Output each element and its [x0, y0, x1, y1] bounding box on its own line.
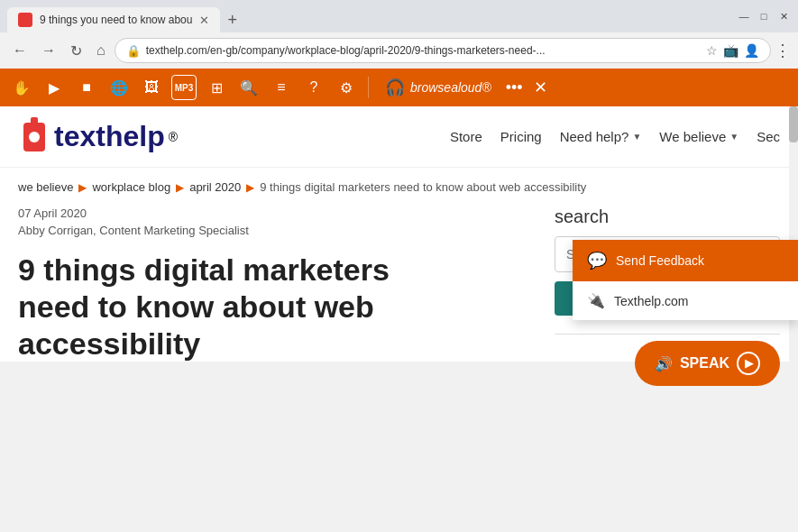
bookmark-icon[interactable]: ☆ — [706, 43, 718, 58]
address-bar: ← → ↻ ⌂ 🔒 texthelp.com/en-gb/company/wor… — [0, 32, 798, 69]
maximize-button[interactable]: □ — [757, 9, 771, 23]
article-date: 07 April 2020 — [18, 206, 527, 220]
we-believe-arrow-icon: ▼ — [729, 132, 738, 142]
store-link[interactable]: Store — [450, 129, 482, 144]
ba-close-button[interactable]: ✕ — [534, 78, 547, 97]
texthelp-item[interactable]: 🔌 Texthelp.com — [573, 281, 798, 320]
nav-links: Store Pricing Need help? ▼ We believe ▼ … — [450, 129, 780, 144]
bc-current-article: 9 things digital marketers need to know … — [260, 180, 586, 194]
ba-mp3-icon[interactable]: MP3 — [171, 75, 197, 100]
breadcrumb: we believe ▶ workplace blog ▶ april 2020… — [0, 168, 798, 206]
bc-sep-1: ▶ — [78, 181, 87, 194]
refresh-button[interactable]: ↻ — [65, 39, 87, 63]
feedback-icon: 💬 — [587, 251, 607, 271]
bc-sep-2: ▶ — [176, 181, 184, 194]
ba-screen-icon[interactable]: ⊞ — [204, 75, 229, 100]
browser-menu-button[interactable]: ⋮ — [775, 41, 791, 60]
ba-brand: 🎧 browsealoud® — [385, 78, 491, 97]
title-line-2: need to know about web — [18, 289, 374, 324]
search-label: search — [555, 206, 780, 227]
ba-brand-name: browsealoud® — [410, 80, 491, 95]
title-bar: 9 things you need to know abou ✕ + — □ ✕ — [0, 0, 798, 32]
send-feedback-item[interactable]: 💬 Send Feedback — [573, 240, 798, 281]
speak-label: SPEAK — [680, 355, 729, 371]
title-line-1: 9 things digital marketers — [18, 252, 390, 287]
ba-image-icon[interactable]: 🖼 — [139, 75, 164, 100]
logo[interactable]: texthelp® — [18, 117, 178, 157]
bc-april-2020[interactable]: april 2020 — [189, 180, 241, 194]
speak-button[interactable]: 🔊 SPEAK ▶ — [635, 341, 780, 386]
new-tab-button[interactable]: + — [220, 7, 244, 32]
ba-separator — [368, 77, 369, 98]
dropdown-menu: 💬 Send Feedback 🔌 Texthelp.com — [573, 240, 798, 320]
ba-headphones-icon: 🎧 — [385, 78, 405, 97]
article-author: Abby Corrigan, Content Marketing Special… — [18, 224, 527, 237]
need-help-arrow-icon: ▼ — [632, 132, 641, 142]
address-text: texthelp.com/en-gb/company/workplace-blo… — [146, 44, 546, 57]
bc-workplace-blog[interactable]: workplace blog — [92, 180, 170, 194]
forward-button[interactable]: → — [36, 39, 61, 62]
scroll-thumb[interactable] — [789, 106, 798, 142]
profile-icon[interactable]: 👤 — [744, 43, 759, 58]
svg-rect-2 — [31, 117, 38, 126]
ba-more-button[interactable]: ••• — [506, 78, 523, 97]
ba-globe-icon[interactable]: 🌐 — [106, 75, 132, 100]
close-button[interactable]: ✕ — [776, 9, 791, 23]
article-section: 07 April 2020 Abby Corrigan, Content Mar… — [18, 206, 527, 362]
logo-reg: ® — [169, 130, 178, 144]
home-button[interactable]: ⌂ — [91, 39, 111, 62]
speak-play-icon: ▶ — [737, 352, 760, 375]
secondary-link[interactable]: Sec — [757, 129, 780, 144]
logo-icon — [18, 117, 50, 157]
we-believe-label: We believe — [659, 129, 726, 144]
article-title: 9 things digital marketers need to know … — [18, 252, 527, 362]
speak-sound-icon: 🔊 — [655, 355, 673, 372]
site-content: 💬 Send Feedback 🔌 Texthelp.com texthelp®… — [0, 106, 798, 362]
address-field[interactable]: 🔒 texthelp.com/en-gb/company/workplace-b… — [115, 38, 771, 63]
ba-stop-icon[interactable]: ■ — [74, 75, 99, 100]
need-help-dropdown[interactable]: Need help? ▼ — [560, 129, 642, 144]
bc-sep-3: ▶ — [246, 181, 254, 194]
texthelp-label: Texthelp.com — [614, 294, 688, 308]
site-nav: texthelp® Store Pricing Need help? ▼ We … — [0, 106, 798, 168]
ba-play-icon[interactable]: ▶ — [41, 75, 67, 100]
tab-title: 9 things you need to know abou — [40, 14, 192, 26]
bc-we-believe[interactable]: we believe — [18, 180, 73, 194]
plug-icon: 🔌 — [587, 292, 605, 309]
browsealoud-toolbar: ✋ ▶ ■ 🌐 🖼 MP3 ⊞ 🔍 ≡ ? ⚙ 🎧 browsealoud® •… — [0, 69, 798, 106]
pricing-link[interactable]: Pricing — [500, 129, 542, 144]
active-tab[interactable]: 9 things you need to know abou ✕ — [7, 7, 220, 32]
back-button[interactable]: ← — [7, 39, 32, 62]
tab-close-button[interactable]: ✕ — [199, 14, 209, 27]
cast-icon[interactable]: 📺 — [723, 43, 738, 58]
ba-settings-icon[interactable]: ≡ — [269, 75, 294, 100]
minimize-button[interactable]: — — [737, 9, 751, 23]
ba-gear-icon[interactable]: ⚙ — [334, 75, 359, 100]
logo-text: texthelp — [54, 120, 165, 153]
sidebar-divider — [555, 334, 780, 335]
need-help-label: Need help? — [560, 129, 629, 144]
send-feedback-label: Send Feedback — [616, 253, 704, 268]
we-believe-dropdown[interactable]: We believe ▼ — [659, 129, 738, 144]
ba-hand-icon[interactable]: ✋ — [9, 75, 34, 100]
tab-favicon — [18, 13, 32, 27]
ba-search-icon[interactable]: 🔍 — [236, 75, 261, 100]
title-line-3: accessibility — [18, 326, 200, 361]
window-controls: — □ ✕ — [737, 9, 791, 23]
ba-help-icon[interactable]: ? — [301, 75, 326, 100]
svg-point-1 — [29, 132, 40, 142]
